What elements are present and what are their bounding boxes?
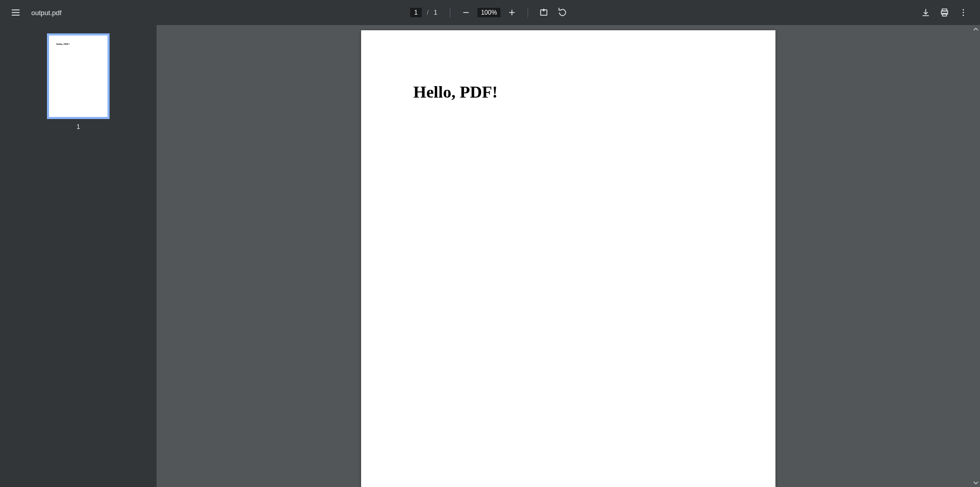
fit-to-page-button[interactable] <box>536 5 551 20</box>
page-total-label: 1 <box>434 9 437 16</box>
zoom-in-button[interactable] <box>505 5 519 20</box>
toolbar-right <box>918 5 971 20</box>
divider <box>528 8 528 17</box>
main-content: Hello, PDF! 1 Hello, PDF! <box>0 25 980 487</box>
zoom-level-input[interactable] <box>477 8 500 17</box>
page-current-input[interactable] <box>410 8 422 17</box>
thumbnail-page: Hello, PDF! <box>47 33 110 119</box>
print-button[interactable] <box>937 5 952 20</box>
toolbar: output.pdf / 1 <box>0 0 980 25</box>
thumbnail-preview-text: Hello, PDF! <box>56 43 69 45</box>
scroll-down-arrow-icon[interactable] <box>972 479 980 487</box>
divider <box>450 8 450 17</box>
toolbar-left: output.pdf <box>0 6 62 19</box>
zoom-out-button[interactable] <box>459 5 473 20</box>
filename-label: output.pdf <box>31 9 62 17</box>
menu-icon[interactable] <box>9 6 22 19</box>
page-separator: / <box>427 9 428 16</box>
download-button[interactable] <box>918 5 933 20</box>
thumbnail-sidebar: Hello, PDF! 1 <box>0 25 157 487</box>
svg-point-14 <box>963 12 964 13</box>
svg-point-13 <box>963 9 964 10</box>
more-options-button[interactable] <box>956 5 971 20</box>
toolbar-center: / 1 <box>410 5 570 20</box>
page-content-text: Hello, PDF! <box>413 82 498 102</box>
document-viewer[interactable]: Hello, PDF! <box>157 25 980 487</box>
vertical-scrollbar[interactable] <box>972 25 980 487</box>
thumbnail-item[interactable]: Hello, PDF! 1 <box>47 33 110 130</box>
scroll-up-arrow-icon[interactable] <box>972 25 980 33</box>
thumbnail-label: 1 <box>77 123 80 130</box>
svg-point-15 <box>963 15 964 16</box>
rotate-button[interactable] <box>555 5 570 20</box>
page: Hello, PDF! <box>361 30 775 487</box>
